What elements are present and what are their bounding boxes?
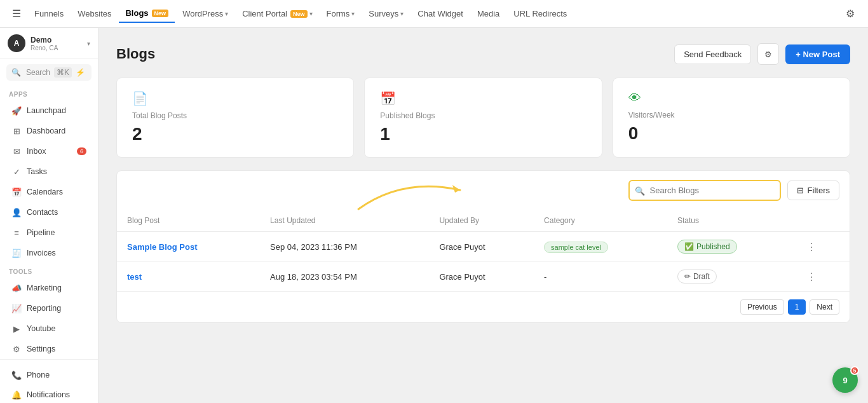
sidebar-item-tasks[interactable]: ✓ Tasks: [3, 162, 95, 181]
nav-wordpress[interactable]: WordPress ▾: [176, 5, 234, 22]
stat-card-total-posts: 📄 Total Blog Posts 2: [116, 78, 354, 158]
total-posts-label: Total Blog Posts: [132, 111, 338, 120]
sidebar-item-notifications[interactable]: 🔔 Notifications: [3, 385, 95, 403]
inbox-icon: ✉: [11, 146, 22, 156]
nav-blogs[interactable]: Blogs New: [119, 4, 175, 23]
invoices-label: Invoices: [27, 249, 56, 257]
current-page-button[interactable]: 1: [788, 299, 806, 315]
profile-badge[interactable]: 9 5: [832, 367, 858, 393]
search-shortcut: ⌘K: [54, 67, 72, 78]
sidebar-item-settings[interactable]: ⚙ Settings: [3, 339, 95, 359]
nav-funnels[interactable]: Funnels: [28, 5, 70, 22]
blog-table: Blog Post Last Updated Updated By Catego…: [117, 210, 850, 291]
nav-forms[interactable]: Forms ▾: [320, 5, 362, 22]
tasks-label: Tasks: [27, 167, 47, 176]
category-1: sample cat level: [534, 232, 667, 262]
status-badge-2: ✏ Draft: [677, 270, 717, 283]
sidebar-item-contacts[interactable]: 👤 Contacts: [3, 203, 95, 222]
table-footer: Previous 1 Next: [117, 291, 850, 322]
settings-gear-button[interactable]: ⚙: [757, 43, 779, 65]
settings-label: Settings: [27, 345, 55, 353]
table-row: Sample Blog Post Sep 04, 2023 11:36 PM G…: [117, 232, 850, 262]
youtube-label: Youtube: [27, 324, 55, 333]
layout: A Demo Reno, CA ▾ 🔍 Search ⌘K ⚡ Apps 🚀 L…: [0, 28, 868, 403]
sidebar-account[interactable]: A Demo Reno, CA ▾: [0, 28, 98, 59]
new-post-button[interactable]: + New Post: [785, 44, 850, 64]
sidebar-item-pipeline[interactable]: ≡ Pipeline: [3, 223, 95, 242]
page-header: Blogs Send Feedback ⚙ + New Post: [116, 43, 850, 65]
blog-post-link-2[interactable]: test: [127, 272, 142, 282]
total-posts-icon: 📄: [132, 91, 338, 106]
tools-section-label: Tools: [0, 263, 98, 278]
pipeline-icon: ≡: [11, 228, 22, 238]
hamburger-menu[interactable]: ☰: [8, 5, 25, 23]
pipeline-label: Pipeline: [27, 228, 55, 237]
next-page-button[interactable]: Next: [810, 299, 839, 315]
col-last-updated: Last Updated: [260, 210, 429, 232]
invoices-icon: 🧾: [11, 248, 22, 258]
sidebar-item-calendars[interactable]: 📅 Calendars: [3, 182, 95, 202]
contacts-icon: 👤: [11, 207, 22, 217]
account-location: Reno, CA: [31, 44, 82, 51]
search-icon: 🔍: [11, 68, 22, 77]
nav-gear-icon[interactable]: ⚙: [840, 4, 860, 24]
apps-section-label: Apps: [0, 86, 98, 100]
sidebar-item-youtube[interactable]: ▶ Youtube: [3, 319, 95, 338]
total-posts-value: 2: [132, 124, 338, 144]
sidebar-item-invoices[interactable]: 🧾 Invoices: [3, 243, 95, 263]
filter-icon: ⊟: [797, 186, 804, 195]
nav-websites[interactable]: Websites: [71, 5, 118, 22]
filters-button[interactable]: ⊟ Filters: [787, 181, 839, 200]
search-blogs-wrapper: 🔍: [628, 180, 781, 201]
sidebar: A Demo Reno, CA ▾ 🔍 Search ⌘K ⚡ Apps 🚀 L…: [0, 28, 98, 403]
sidebar-search-bar[interactable]: 🔍 Search ⌘K ⚡: [6, 64, 92, 81]
account-chevron-icon: ▾: [87, 40, 90, 47]
more-menu-2[interactable]: ⋮: [804, 269, 819, 285]
marketing-icon: 📣: [11, 283, 22, 293]
top-nav: ☰ Funnels Websites Blogs New WordPress ▾…: [0, 0, 868, 28]
sidebar-item-launchpad[interactable]: 🚀 Launchpad: [3, 101, 95, 120]
col-actions: [794, 210, 850, 232]
category-2: -: [534, 262, 667, 292]
launchpad-label: Launchpad: [27, 106, 66, 115]
blog-post-link-1[interactable]: Sample Blog Post: [127, 242, 198, 252]
prev-page-button[interactable]: Previous: [740, 299, 784, 315]
sidebar-item-inbox[interactable]: ✉ Inbox 6: [3, 142, 95, 161]
settings-icon: ⚙: [11, 344, 22, 354]
youtube-icon: ▶: [11, 324, 22, 334]
sidebar-item-reporting[interactable]: 📈 Reporting: [3, 299, 95, 318]
nav-chat-widget[interactable]: Chat Widget: [411, 5, 470, 22]
published-blogs-icon: 📅: [380, 91, 586, 106]
table-row: test Aug 18, 2023 03:54 PM Grace Puyot -…: [117, 262, 850, 292]
nav-surveys[interactable]: Surveys ▾: [362, 5, 410, 22]
sidebar-item-phone[interactable]: 📞 Phone: [3, 365, 95, 385]
page-title: Blogs: [116, 46, 155, 62]
notifications-icon: 🔔: [11, 390, 22, 400]
launchpad-icon: 🚀: [11, 106, 22, 116]
sidebar-item-dashboard[interactable]: ⊞ Dashboard: [3, 121, 95, 140]
profile-badge-notification: 5: [850, 366, 859, 375]
account-name: Demo: [31, 36, 82, 44]
wordpress-chevron: ▾: [225, 10, 228, 17]
reporting-icon: 📈: [11, 303, 22, 313]
search-blogs-input[interactable]: [628, 180, 781, 201]
avatar: A: [8, 34, 25, 52]
phone-label: Phone: [27, 371, 50, 379]
sidebar-item-marketing[interactable]: 📣 Marketing: [3, 278, 95, 297]
nav-client-portal[interactable]: Client Portal New ▾: [236, 5, 318, 22]
phone-icon: 📞: [11, 370, 22, 380]
surveys-chevron: ▾: [400, 10, 403, 17]
more-menu-1[interactable]: ⋮: [804, 239, 819, 255]
nav-url-redirects[interactable]: URL Redirects: [507, 5, 573, 22]
status-badge-1: ✅ Published: [677, 240, 737, 254]
send-feedback-button[interactable]: Send Feedback: [674, 44, 751, 64]
nav-media[interactable]: Media: [471, 5, 506, 22]
visitors-icon: 👁: [628, 91, 834, 106]
stats-row: 📄 Total Blog Posts 2 📅 Published Blogs 1…: [116, 78, 850, 158]
col-updated-by: Updated By: [429, 210, 534, 232]
header-actions: Send Feedback ⚙ + New Post: [674, 43, 850, 65]
status-2: ✏ Draft: [667, 262, 794, 292]
updated-by-1: Grace Puyot: [429, 232, 534, 262]
category-badge-1: sample cat level: [544, 242, 608, 253]
client-portal-badge: New: [290, 10, 308, 18]
